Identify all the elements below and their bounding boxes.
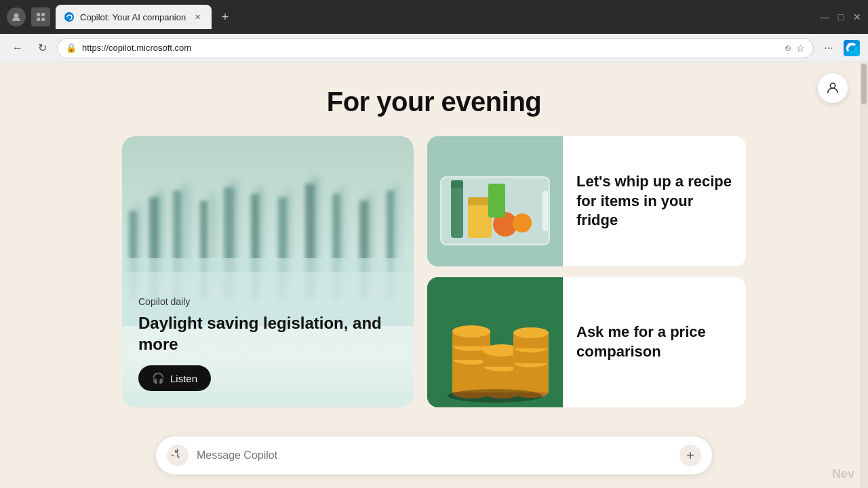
svg-point-41 [513, 214, 532, 232]
coins-card-text: Ask me for a price comparison [563, 309, 746, 375]
svg-rect-2 [41, 13, 45, 16]
svg-rect-37 [451, 180, 463, 188]
cards-right: Let's whip up a recipe for items in your… [427, 136, 746, 407]
window-controls: — □ ✕ [821, 13, 861, 21]
card-large-content: Copilot daily Daylight saving legislatio… [122, 280, 414, 407]
svg-point-5 [64, 12, 74, 22]
fridge-image [427, 136, 563, 266]
page-content: For your evening [0, 62, 868, 488]
extensions-icon[interactable] [31, 7, 50, 26]
fridge-card-text: Let's whip up a recipe for items in your… [563, 159, 746, 244]
maximize-button[interactable]: □ [837, 13, 845, 21]
back-button[interactable]: ← [8, 39, 27, 58]
tab-close-button[interactable]: ✕ [191, 11, 203, 23]
page-heading: For your evening [327, 87, 542, 117]
fridge-card[interactable]: Let's whip up a recipe for items in your… [427, 136, 746, 266]
browser-titlebar: Copilot: Your AI companion ✕ + — □ ✕ [0, 0, 868, 34]
add-attachment-button[interactable]: + [679, 445, 701, 466]
svg-point-63 [513, 327, 549, 338]
tab-label: Copilot: Your AI companion [80, 12, 186, 22]
svg-rect-42 [488, 184, 505, 218]
tab-favicon [64, 12, 75, 22]
edge-copilot-button[interactable] [844, 40, 860, 56]
coins-image [427, 277, 563, 407]
scrollbar[interactable] [860, 62, 868, 488]
svg-rect-43 [542, 190, 548, 231]
svg-rect-36 [451, 184, 463, 238]
watermark: Nev [832, 467, 854, 481]
svg-rect-38 [468, 201, 492, 238]
svg-point-6 [67, 17, 69, 19]
message-bar: + [156, 436, 712, 474]
more-options-button[interactable]: ··· [819, 39, 838, 58]
cards-container: Copilot daily Daylight saving legislatio… [122, 136, 746, 407]
svg-point-64 [448, 389, 542, 403]
url-text: https://copilot.microsoft.com [82, 43, 780, 53]
favorite-icon[interactable]: ☆ [796, 43, 805, 54]
headphones-icon: 🎧 [152, 372, 165, 384]
user-account-button[interactable] [818, 73, 848, 103]
toolbar-actions: ··· [819, 39, 860, 58]
new-tab-button[interactable]: + [216, 7, 235, 26]
browser-tabs: Copilot: Your AI companion ✕ + [56, 0, 815, 34]
browser-toolbar: ← ↻ 🔒 https://copilot.microsoft.com ⎋ ☆ … [0, 34, 868, 62]
svg-rect-39 [468, 197, 492, 205]
svg-rect-1 [37, 13, 40, 16]
svg-point-7 [830, 83, 835, 88]
close-window-button[interactable]: ✕ [853, 13, 861, 21]
daily-card[interactable]: Copilot daily Daylight saving legislatio… [122, 136, 414, 407]
message-input[interactable] [197, 449, 671, 462]
active-tab[interactable]: Copilot: Your AI companion ✕ [56, 5, 212, 29]
scrollbar-thumb[interactable] [861, 64, 867, 104]
card-title: Daylight saving legislation, and more [138, 312, 397, 354]
svg-point-51 [452, 325, 490, 338]
minimize-button[interactable]: — [821, 13, 829, 21]
card-category: Copilot daily [138, 296, 397, 307]
coins-card[interactable]: Ask me for a price comparison [427, 277, 746, 407]
refresh-button[interactable]: ↻ [33, 39, 52, 58]
listen-button[interactable]: 🎧 Listen [138, 365, 211, 391]
history-button[interactable] [167, 445, 189, 466]
external-link-icon: ⎋ [785, 43, 791, 53]
svg-rect-4 [41, 18, 45, 21]
profile-avatar[interactable] [7, 7, 26, 26]
lock-icon: 🔒 [66, 43, 77, 53]
svg-rect-3 [37, 18, 40, 21]
address-bar[interactable]: 🔒 https://copilot.microsoft.com ⎋ ☆ [57, 38, 814, 58]
